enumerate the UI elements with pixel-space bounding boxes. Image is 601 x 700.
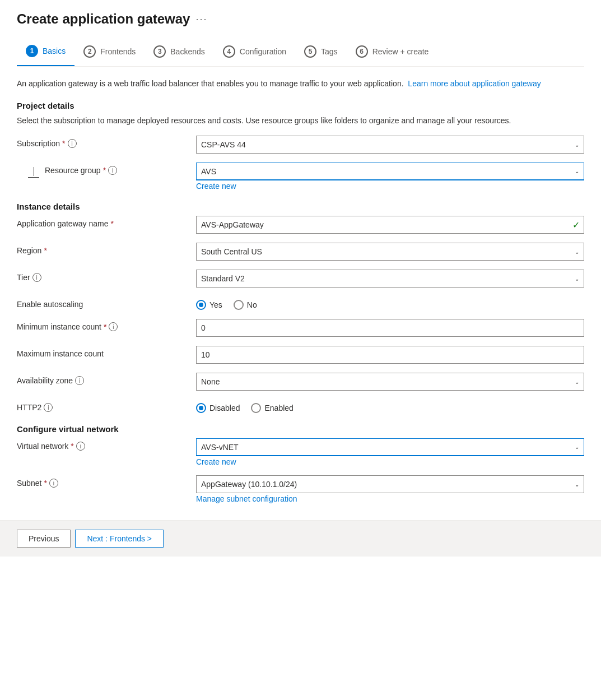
subnet-control: AppGateway (10.10.1.0/24) ⌄ Manage subne… <box>196 475 584 503</box>
availability-zone-label-col: Availability zone i <box>17 373 196 385</box>
availability-zone-dropdown[interactable]: None ⌄ <box>196 373 584 391</box>
http2-control: Disabled Enabled <box>196 400 584 413</box>
http2-enabled-option[interactable]: Enabled <box>251 403 293 413</box>
resource-group-info-icon[interactable]: i <box>108 166 117 175</box>
subscription-control: CSP-AVS 44 ⌄ <box>196 136 584 154</box>
subscription-info-icon[interactable]: i <box>68 139 77 148</box>
max-instance-row: Maximum instance count <box>17 346 584 364</box>
subnet-dropdown-arrow: ⌄ <box>575 481 579 488</box>
virtual-network-label: Virtual network <box>17 442 68 451</box>
tier-label: Tier <box>17 273 30 282</box>
step-1-circle: 1 <box>26 45 38 57</box>
resource-group-row: Resource group * i AVS ⌄ Create new <box>17 163 584 191</box>
autoscaling-label: Enable autoscaling <box>17 300 83 309</box>
region-control: South Central US ⌄ <box>196 243 584 261</box>
tier-dropdown[interactable]: Standard V2 ⌄ <box>196 270 584 288</box>
min-instance-required: * <box>104 322 106 331</box>
max-instance-control <box>196 346 584 364</box>
subscription-dropdown[interactable]: CSP-AVS 44 ⌄ <box>196 136 584 154</box>
http2-enabled-label: Enabled <box>264 404 293 412</box>
http2-disabled-option[interactable]: Disabled <box>196 403 240 413</box>
subnet-dropdown[interactable]: AppGateway (10.10.1.0/24) ⌄ <box>196 475 584 493</box>
gateway-name-label-col: Application gateway name * <box>17 216 196 228</box>
autoscaling-no-option[interactable]: No <box>234 300 257 310</box>
vnet-header: Configure virtual network <box>17 424 584 434</box>
step-tags[interactable]: 5 Tags <box>295 39 347 66</box>
autoscaling-yes-option[interactable]: Yes <box>196 300 222 310</box>
description-text: An application gateway is a web traffic … <box>17 78 584 90</box>
min-instance-input[interactable] <box>196 319 584 337</box>
page-title-area: Create application gateway ··· <box>17 11 584 27</box>
manage-subnet-link[interactable]: Manage subnet configuration <box>196 494 297 503</box>
min-instance-info-icon[interactable]: i <box>109 322 118 331</box>
create-new-rg-link[interactable]: Create new <box>196 182 236 191</box>
virtual-network-dropdown-arrow: ⌄ <box>575 444 579 450</box>
subscription-row: Subscription * i CSP-AVS 44 ⌄ <box>17 136 584 154</box>
step-4-circle: 4 <box>223 45 235 58</box>
step-3-label: Backends <box>170 47 204 56</box>
rg-indent <box>17 163 45 178</box>
step-configuration[interactable]: 4 Configuration <box>214 39 295 66</box>
tier-info-icon[interactable]: i <box>32 273 41 282</box>
availability-zone-value: None <box>201 377 220 386</box>
step-review-create[interactable]: 6 Review + create <box>347 39 438 66</box>
step-1-label: Basics <box>43 47 66 55</box>
step-2-label: Frontends <box>100 47 136 56</box>
tier-value: Standard V2 <box>201 274 245 283</box>
resource-group-required: * <box>103 166 106 175</box>
step-5-circle: 5 <box>304 45 316 58</box>
max-instance-label-col: Maximum instance count <box>17 346 196 358</box>
resource-group-dropdown[interactable]: AVS ⌄ <box>196 163 584 180</box>
availability-zone-control: None ⌄ <box>196 373 584 391</box>
subnet-label: Subnet <box>17 479 41 488</box>
max-instance-input[interactable] <box>196 346 584 364</box>
step-3-circle: 3 <box>153 45 166 58</box>
autoscaling-yes-label: Yes <box>209 300 222 309</box>
step-backends[interactable]: 3 Backends <box>145 39 213 66</box>
resource-group-control: AVS ⌄ Create new <box>196 163 584 191</box>
learn-more-link[interactable]: Learn more about application gateway <box>408 79 541 88</box>
min-instance-row: Minimum instance count * i <box>17 319 584 337</box>
step-6-circle: 6 <box>356 45 368 58</box>
project-details-header: Project details <box>17 101 584 110</box>
virtual-network-row: Virtual network * i AVS-vNET ⌄ Create ne… <box>17 438 584 466</box>
step-5-label: Tags <box>321 47 338 56</box>
virtual-network-info-icon[interactable]: i <box>76 442 85 451</box>
min-instance-label-col: Minimum instance count * i <box>17 319 196 331</box>
gateway-name-check-icon: ✓ <box>572 220 580 230</box>
autoscaling-row: Enable autoscaling Yes No <box>17 296 584 310</box>
next-button[interactable]: Next : Frontends > <box>75 530 164 548</box>
http2-disabled-label: Disabled <box>209 404 240 412</box>
http2-radio-group: Disabled Enabled <box>196 400 584 413</box>
gateway-name-input[interactable] <box>196 216 584 234</box>
http2-row: HTTP2 i Disabled Enabled <box>17 400 584 413</box>
tier-dropdown-arrow: ⌄ <box>575 276 579 282</box>
http2-info-icon[interactable]: i <box>44 403 53 412</box>
subscription-value: CSP-AVS 44 <box>201 140 246 149</box>
previous-button[interactable]: Previous <box>17 530 71 548</box>
autoscaling-no-radio[interactable] <box>234 300 244 310</box>
wizard-steps: 1 Basics 2 Frontends 3 Backends 4 Config… <box>17 38 584 67</box>
step-basics[interactable]: 1 Basics <box>17 38 74 66</box>
autoscaling-yes-radio[interactable] <box>196 300 206 310</box>
subnet-value: AppGateway (10.10.1.0/24) <box>201 480 297 489</box>
create-new-vnet-link[interactable]: Create new <box>196 457 236 466</box>
subscription-label: Subscription <box>17 139 60 148</box>
availability-zone-row: Availability zone i None ⌄ <box>17 373 584 391</box>
subnet-info-icon[interactable]: i <box>49 479 58 488</box>
region-value: South Central US <box>201 247 262 256</box>
step-frontends[interactable]: 2 Frontends <box>74 39 145 66</box>
min-instance-control <box>196 319 584 337</box>
http2-enabled-radio[interactable] <box>251 403 261 413</box>
resource-group-label-col: Resource group * i <box>45 163 196 175</box>
http2-disabled-radio[interactable] <box>196 403 206 413</box>
region-required: * <box>44 246 46 255</box>
availability-zone-info-icon[interactable]: i <box>75 376 84 385</box>
page-title: Create application gateway <box>17 11 190 27</box>
gateway-name-row: Application gateway name * ✓ <box>17 216 584 234</box>
region-row: Region * South Central US ⌄ <box>17 243 584 261</box>
page-title-ellipsis[interactable]: ··· <box>195 13 207 25</box>
subscription-dropdown-arrow: ⌄ <box>575 142 579 148</box>
region-dropdown[interactable]: South Central US ⌄ <box>196 243 584 261</box>
virtual-network-dropdown[interactable]: AVS-vNET ⌄ <box>196 438 584 456</box>
